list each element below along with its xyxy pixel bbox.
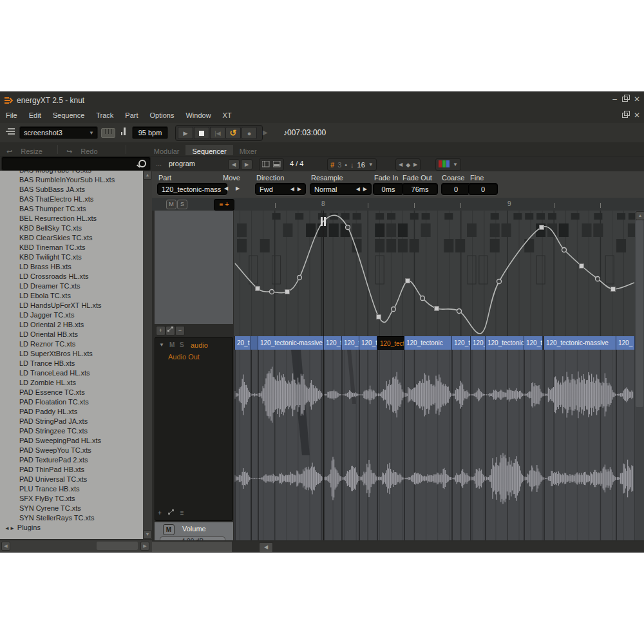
list-item[interactable]: LD Trance HB.xts: [0, 359, 143, 368]
list-item[interactable]: LD TranceLead HL.xts: [0, 368, 143, 378]
sequence-select-dropdown[interactable]: screenshot3 ▼: [19, 126, 98, 139]
scrollbar-thumb[interactable]: [97, 542, 138, 550]
list-item[interactable]: LD Jagger TC.xts: [0, 310, 143, 320]
list-item[interactable]: SYN Cyrene TC.xts: [0, 504, 143, 513]
automation-point-square[interactable]: [256, 287, 260, 291]
clip[interactable]: 120_tectonic-massive: [258, 336, 324, 350]
clip[interactable]: 120_tectonic-massive: [544, 336, 616, 350]
list-item[interactable]: KBD Twilight TC.xts: [0, 252, 143, 262]
list-item[interactable]: LD SuperXtBros HL.xts: [0, 349, 143, 359]
footer-param-label[interactable]: Volume: [182, 525, 206, 533]
tab-modular[interactable]: Modular: [147, 145, 186, 155]
automation-point-square[interactable]: [435, 307, 439, 311]
scrollbar-thumb[interactable]: [636, 220, 643, 407]
song-play-icon[interactable]: ▶: [263, 129, 268, 136]
add-icon[interactable]: +: [158, 509, 162, 516]
footer-value-field[interactable]: 4.00 dB: [160, 536, 225, 540]
list-item[interactable]: LD Crossroads HL.xts: [0, 272, 143, 281]
clip[interactable]: 120_tectonic: [404, 336, 452, 350]
coarse-field[interactable]: 0: [441, 183, 471, 195]
list-item[interactable]: BAS ThatElectro HL.xts: [0, 194, 143, 204]
nav-marker-icon[interactable]: ◆: [406, 162, 410, 168]
fade-out-field[interactable]: 76ms: [402, 183, 438, 195]
list-item[interactable]: KBD BellSky TC.xts: [0, 223, 143, 233]
list-item[interactable]: LD HandsUpForXT HL.xts: [0, 301, 143, 310]
list-item[interactable]: PAD SweepingPad HL.xts: [0, 436, 143, 446]
clip[interactable]: 120_t: [452, 336, 471, 350]
track-color-button[interactable]: ▼: [435, 158, 461, 171]
browser-vertical-scrollbar[interactable]: ▲ ▼: [143, 171, 152, 539]
bpm-field[interactable]: 95 bpm: [132, 126, 168, 139]
child-close-button[interactable]: ✕: [634, 111, 640, 120]
nav-left-icon[interactable]: ◀: [399, 162, 402, 167]
record-button[interactable]: ●: [242, 127, 257, 139]
track-solo-button[interactable]: S: [180, 341, 184, 348]
menu-item-options[interactable]: Options: [144, 109, 180, 119]
lane-add-button[interactable]: ≡ +: [214, 199, 234, 211]
browser-horizontal-scrollbar[interactable]: ◀ ▶: [0, 540, 152, 552]
tab-mixer[interactable]: Mixer: [233, 145, 263, 155]
list-item[interactable]: BAS Thumper TC.xts: [0, 204, 143, 214]
add-icon[interactable]: +: [156, 326, 166, 336]
options-dots-button[interactable]: ...: [156, 160, 162, 167]
undo-resize-button[interactable]: ↩ Resize: [0, 142, 55, 156]
clip[interactable]: 120_: [616, 336, 635, 350]
automation-point-square[interactable]: [406, 279, 410, 283]
automation-point-selected[interactable]: [321, 217, 323, 226]
list-item[interactable]: PAD Stringzee TC.xts: [0, 426, 143, 436]
move-right-icon[interactable]: ▶: [236, 185, 240, 191]
down-arrow-icon[interactable]: ↓: [350, 161, 354, 169]
automation-point-square[interactable]: [285, 290, 290, 294]
clip[interactable]: 120_t: [524, 336, 543, 350]
menu-item-sequence[interactable]: Sequence: [47, 109, 91, 119]
restore-button[interactable]: [622, 95, 629, 101]
arrange-horizontal-scrollbar[interactable]: ◀: [152, 542, 644, 552]
clip-selected[interactable]: 120_tect: [377, 336, 404, 350]
resample-field[interactable]: Normal ◀▶: [310, 183, 372, 195]
clip[interactable]: 120_t: [324, 336, 342, 350]
automation-point-square[interactable]: [540, 225, 544, 230]
list-item[interactable]: BAS SubBass JA.xts: [0, 185, 143, 194]
chevron-down-icon[interactable]: ▼: [368, 162, 374, 167]
scroll-left-icon[interactable]: ◀: [259, 542, 273, 553]
list-item[interactable]: KBD ClearSkies TC.xts: [0, 233, 143, 243]
browser-node-plugins[interactable]: ◄►Plugins: [0, 523, 143, 533]
automation-point-circle[interactable]: [596, 277, 600, 281]
close-button[interactable]: ✕: [634, 95, 640, 104]
automation-point-circle[interactable]: [392, 307, 396, 312]
automation-point-square[interactable]: [580, 264, 584, 269]
time-signature[interactable]: 4 / 4: [290, 160, 303, 167]
play-button[interactable]: ▶: [178, 127, 193, 139]
scroll-right-icon[interactable]: ▶: [140, 542, 149, 551]
grid-number[interactable]: 3: [337, 161, 341, 169]
automation-point-selected[interactable]: [324, 217, 326, 226]
track-header[interactable]: ▼ M S audio Audio Out + ≡: [155, 337, 233, 521]
footer-mute-button[interactable]: M: [163, 524, 175, 535]
layout-split-icon[interactable]: [262, 161, 270, 169]
menu-item-xt[interactable]: XT: [217, 109, 238, 119]
track-collapse-icon[interactable]: ▼: [159, 342, 164, 348]
clip[interactable]: 120_t: [342, 336, 359, 350]
list-item[interactable]: PAD Paddy HL.xts: [0, 407, 143, 417]
dot-icon[interactable]: •: [345, 161, 347, 169]
clip[interactable]: 120_tectonic: [486, 336, 524, 350]
zoom-link-icon[interactable]: [166, 326, 175, 336]
prev-program-button[interactable]: ◀: [228, 159, 240, 170]
zoom-link-icon[interactable]: [168, 509, 174, 516]
clip[interactable]: [251, 336, 258, 350]
scroll-up-icon[interactable]: ▲: [636, 211, 644, 220]
arrange-vertical-scrollbar[interactable]: ▲: [635, 211, 644, 540]
clip[interactable]: 120_t: [359, 336, 377, 350]
automation-point-square[interactable]: [377, 315, 381, 319]
browser-search-input[interactable]: [1, 156, 151, 171]
list-item[interactable]: SFX FlyBy TC.xts: [0, 494, 143, 504]
automation-point-circle[interactable]: [270, 290, 274, 294]
list-item[interactable]: BEL Resurrection HL.xts: [0, 214, 143, 223]
fine-field[interactable]: 0: [468, 183, 498, 195]
list-item[interactable]: LD Zombie HL.xts: [0, 378, 143, 388]
menu-item-edit[interactable]: Edit: [23, 109, 47, 119]
fade-in-field[interactable]: 0ms: [373, 183, 404, 195]
track-mute-button[interactable]: M: [169, 341, 175, 348]
tab-sequencer[interactable]: Sequencer: [185, 145, 232, 155]
list-item[interactable]: PAD SweepYou TC.xts: [0, 446, 143, 455]
